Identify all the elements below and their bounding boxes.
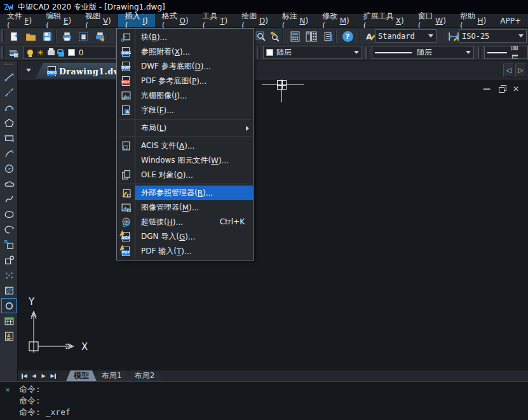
toolbar-grip[interactable] — [257, 47, 260, 58]
lineweight-sample — [487, 52, 507, 53]
layer-freeze-icon[interactable]: ☀ — [37, 50, 44, 56]
menu-tools[interactable]: 工具(T) — [196, 14, 235, 27]
dim-style-combo[interactable]: ISO-25 — [459, 29, 527, 43]
menu-dimension[interactable]: 标注(N) — [275, 14, 315, 27]
menu-item-ole-object[interactable]: OLE 对象(O)... — [117, 168, 254, 182]
menu-item-layout[interactable]: 布局(L) — [117, 121, 254, 135]
menu-item-pdf-import[interactable]: PDF PDF 输入(T)... — [117, 244, 254, 259]
document-list-dropdown[interactable] — [23, 65, 34, 76]
polygon-tool[interactable] — [1, 115, 17, 130]
document-tab-bar: DWG Drawing1.dwg ◁ ▷ — [18, 61, 528, 79]
layer-combo[interactable]: ☀ 0 — [23, 46, 116, 59]
standard-toolbar: ? A Standard ISO-25 — [0, 28, 528, 44]
restore-button[interactable] — [497, 85, 506, 93]
donut-tool[interactable] — [1, 298, 17, 313]
menu-item-raster-image[interactable]: 光栅图像(I)... — [117, 88, 254, 103]
layer-on-icon[interactable] — [27, 50, 33, 55]
plot-button[interactable] — [59, 29, 74, 43]
table-tool[interactable] — [1, 313, 17, 329]
menu-item-pdf-underlay[interactable]: PDF PDF 参考底图(P)... — [117, 74, 254, 88]
toolbar-grip[interactable] — [478, 47, 481, 58]
ellipse-arc-tool[interactable] — [1, 222, 17, 237]
minimize-button[interactable]: — — [482, 85, 491, 93]
zoom-window-button[interactable] — [253, 29, 268, 43]
toolbar-grip[interactable] — [4, 64, 13, 65]
ucs-y-label: Y — [28, 296, 35, 308]
layer-properties-button[interactable] — [6, 46, 21, 60]
close-icon[interactable]: ✕ — [3, 385, 12, 394]
toolpalette-button[interactable] — [320, 29, 335, 43]
layer-plot-icon[interactable] — [48, 50, 55, 55]
point-tool[interactable] — [1, 268, 17, 283]
hatch-tool[interactable] — [1, 283, 17, 298]
menu-item-block[interactable]: 块(B)... — [117, 30, 254, 44]
ole-object-icon — [120, 170, 132, 180]
designcenter-button[interactable] — [304, 29, 319, 43]
revcloud-tool[interactable] — [1, 176, 17, 191]
menu-format[interactable]: 格式(O) — [155, 14, 196, 27]
publish-button[interactable] — [92, 29, 107, 43]
menu-item-hyperlink[interactable]: 超链接(H)... Ctrl+K — [117, 215, 254, 229]
last-tab-button[interactable]: ▶ — [49, 372, 57, 380]
tab-layout2[interactable]: 布局2 — [127, 370, 163, 381]
ellipse-tool[interactable] — [1, 207, 17, 222]
circle-tool[interactable] — [1, 161, 17, 176]
menu-modify[interactable]: 修改(M) — [315, 14, 356, 27]
close-button[interactable]: ✕ — [511, 85, 520, 93]
text-style-combo[interactable]: Standard — [375, 29, 437, 43]
image-icon — [120, 90, 132, 101]
menu-edit[interactable]: 编辑(E) — [39, 14, 78, 27]
pickbox-cursor — [277, 80, 287, 90]
zoom-previous-button[interactable] — [267, 29, 282, 43]
menu-view[interactable]: 视图(V) — [78, 14, 118, 27]
linetype-combo[interactable]: 随层 — [372, 46, 474, 59]
spline-tool[interactable] — [1, 191, 17, 207]
make-block-tool[interactable] — [1, 252, 17, 268]
tab-model[interactable]: 模型 — [66, 370, 97, 381]
toolbar-grip[interactable] — [365, 47, 369, 58]
rectangle-tool[interactable] — [1, 130, 17, 146]
menu-item-field[interactable]: A 字段(F)... — [117, 103, 254, 118]
menu-insert[interactable]: 插入(I) — [118, 14, 155, 27]
quickcalc-button[interactable] — [287, 29, 302, 43]
insert-block-tool[interactable] — [1, 237, 17, 252]
tab-scroll-right-button[interactable]: ▷ — [515, 64, 526, 77]
command-line-current[interactable]: 命令: _xref — [19, 407, 71, 418]
toolbar-grip[interactable] — [1, 47, 4, 58]
line-tool[interactable] — [1, 69, 17, 85]
menu-item-image-manager[interactable]: 图像管理器(M)... — [117, 200, 254, 215]
arc-tool[interactable] — [1, 146, 17, 161]
menu-help[interactable]: 帮助(H) — [453, 14, 493, 27]
next-tab-button[interactable]: ▶ — [39, 372, 48, 380]
mtext-tool[interactable]: A — [1, 329, 17, 344]
menu-file[interactable]: 文件(F) — [0, 14, 39, 27]
lineweight-combo[interactable]: 随层 — [484, 46, 528, 59]
menu-item-dwf-underlay[interactable]: DWF DWF 参考底图(D)... — [117, 59, 254, 74]
menu-item-windows-metafile[interactable]: Windows 图元文件(W)... — [117, 153, 254, 168]
new-button[interactable] — [6, 29, 22, 43]
color-swatch — [266, 49, 273, 56]
menu-window[interactable]: 窗口(W) — [411, 14, 453, 27]
menu-express-tools[interactable]: 扩展工具(X) — [356, 14, 411, 27]
tab-layout1[interactable]: 布局1 — [94, 370, 130, 381]
save-button[interactable] — [39, 29, 55, 43]
color-combo[interactable]: 随层 — [263, 46, 362, 59]
menu-item-xref-attach[interactable]: DWG 参照附着(X)... — [117, 44, 254, 59]
help-button[interactable]: ? — [340, 29, 355, 43]
first-tab-button[interactable]: ◀ — [20, 372, 29, 380]
construction-line-tool[interactable] — [1, 85, 17, 100]
menu-item-dgn-import[interactable]: DGN DGN 导入(G)... — [117, 229, 254, 244]
tab-scroll-left-button[interactable]: ◁ — [503, 64, 514, 77]
menu-item-acis-file[interactable]: ACIS 文件(A)... — [117, 139, 254, 153]
menu-app-plus[interactable]: APP+ — [493, 14, 528, 27]
previous-tab-button[interactable]: ◀ — [30, 372, 38, 380]
polyline-tool[interactable] — [1, 100, 17, 115]
command-window[interactable]: ✕ 命令: 命令: 命令: _xref — [0, 381, 528, 420]
menu-draw[interactable]: 绘图(D) — [234, 14, 275, 27]
open-button[interactable] — [23, 29, 38, 43]
toolbar-grip[interactable] — [1, 30, 4, 42]
drawing-canvas[interactable]: — ✕ Y X — [18, 79, 528, 370]
plot-preview-button[interactable] — [76, 29, 91, 43]
menu-item-xref-manager[interactable]: 外部参照管理器(R)... — [117, 186, 254, 200]
layer-unlock-icon[interactable] — [58, 52, 64, 57]
